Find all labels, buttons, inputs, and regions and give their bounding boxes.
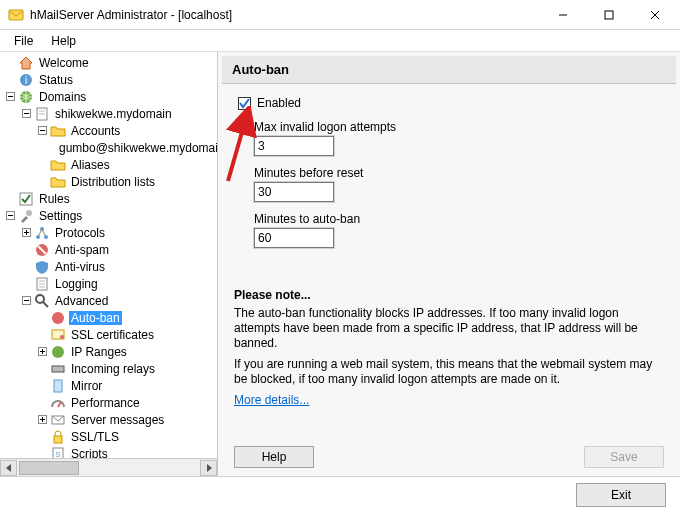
page-title: Auto-ban (222, 56, 676, 84)
save-button[interactable]: Save (584, 446, 664, 468)
menu-file[interactable]: File (6, 32, 41, 50)
tree-performance[interactable]: Performance (36, 394, 217, 411)
tree-status[interactable]: iStatus (4, 71, 217, 88)
tree-ipranges[interactable]: IP Ranges (36, 343, 217, 360)
more-details-link[interactable]: More details... (234, 393, 309, 407)
tree-ssltls[interactable]: SSL/TLS (36, 428, 217, 445)
svg-point-45 (52, 346, 64, 358)
help-button[interactable]: Help (234, 446, 314, 468)
menu-bar: File Help (0, 30, 680, 52)
gauge-icon (50, 395, 66, 411)
app-icon (8, 7, 24, 23)
tree[interactable]: Welcome iStatus Domains shikwekwe.mydoma… (0, 52, 217, 458)
scroll-thumb[interactable] (19, 461, 79, 475)
info-icon: i (18, 72, 34, 88)
scroll-right-icon[interactable] (200, 460, 217, 476)
svg-point-39 (52, 312, 64, 324)
tree-mirror[interactable]: Mirror (36, 377, 217, 394)
expand-icon[interactable] (36, 414, 48, 426)
tools-icon (18, 208, 34, 224)
tree-servermsgs[interactable]: Server messages (36, 411, 217, 428)
minimize-button[interactable] (540, 0, 586, 29)
svg-rect-47 (54, 380, 62, 392)
note-heading: Please note... (234, 288, 664, 302)
minreset-input[interactable] (254, 182, 334, 202)
svg-marker-5 (20, 57, 32, 69)
minban-input[interactable] (254, 228, 334, 248)
svg-marker-65 (6, 464, 11, 472)
window-title: hMailServer Administrator - [localhost] (30, 8, 540, 22)
tree-hscrollbar[interactable] (0, 458, 217, 476)
svg-line-48 (58, 402, 61, 407)
ban-icon (50, 310, 66, 326)
footer: Exit (0, 477, 680, 513)
maxinvalid-label: Max invalid logon attempts (254, 120, 660, 134)
message-icon (50, 412, 66, 428)
mirror-icon (50, 378, 66, 394)
home-icon (18, 55, 34, 71)
svg-line-38 (43, 302, 48, 307)
maxinvalid-input[interactable] (254, 136, 334, 156)
note-p2: If you are running a web mail system, th… (234, 357, 664, 387)
tree-protocols[interactable]: Protocols (20, 224, 217, 241)
tree-logging[interactable]: Logging (20, 275, 217, 292)
tree-rules[interactable]: Rules (4, 190, 217, 207)
note-section: Please note... The auto-ban functionalit… (234, 288, 664, 407)
svg-point-22 (26, 210, 32, 216)
svg-rect-53 (54, 436, 62, 443)
tree-scripts[interactable]: SScripts (36, 445, 217, 458)
maximize-button[interactable] (586, 0, 632, 29)
title-bar: hMailServer Administrator - [localhost] (0, 0, 680, 30)
tree-increlays[interactable]: Incoming relays (36, 360, 217, 377)
certificate-icon (50, 327, 66, 343)
enabled-checkbox[interactable] (238, 97, 251, 110)
magnifier-icon (34, 293, 50, 309)
svg-rect-46 (52, 366, 64, 372)
tree-antivirus[interactable]: Anti-virus (20, 258, 217, 275)
expand-icon[interactable] (20, 227, 32, 239)
exit-button[interactable]: Exit (576, 483, 666, 507)
content-pane: Auto-ban Enabled Max invalid logon attem… (218, 52, 680, 476)
svg-rect-2 (605, 11, 613, 19)
folder-icon (50, 157, 66, 173)
note-p1: The auto-ban functionality blocks IP add… (234, 306, 664, 351)
folder-open-icon (50, 123, 66, 139)
tree-autoban[interactable]: Auto-ban (36, 309, 217, 326)
check-icon (18, 191, 34, 207)
expand-icon[interactable] (36, 346, 48, 358)
tree-pane: Welcome iStatus Domains shikwekwe.mydoma… (0, 52, 218, 476)
collapse-icon[interactable] (20, 108, 32, 120)
tree-domains[interactable]: Domains (4, 88, 217, 105)
tree-antispam[interactable]: Anti-spam (20, 241, 217, 258)
tree-domain[interactable]: shikwekwe.mydomain (20, 105, 217, 122)
tree-welcome[interactable]: Welcome (4, 54, 217, 71)
svg-text:S: S (55, 450, 60, 459)
log-icon (34, 276, 50, 292)
lock-icon (50, 429, 66, 445)
svg-rect-0 (9, 10, 23, 20)
folder-icon (50, 174, 66, 190)
svg-point-37 (36, 295, 44, 303)
menu-help[interactable]: Help (43, 32, 84, 50)
tree-aliases[interactable]: Aliases (36, 156, 217, 173)
enabled-label: Enabled (257, 96, 301, 110)
document-icon (34, 106, 50, 122)
collapse-icon[interactable] (36, 125, 48, 137)
svg-text:i: i (25, 75, 27, 86)
scroll-left-icon[interactable] (0, 460, 17, 476)
tree-accounts[interactable]: Accounts (36, 122, 217, 139)
tree-account-item[interactable]: gumbo@shikwekwe.mydomain (52, 139, 217, 156)
tree-sslcerts[interactable]: SSL certificates (36, 326, 217, 343)
tree-distlists[interactable]: Distribution lists (36, 173, 217, 190)
network-icon (34, 225, 50, 241)
block-icon (34, 242, 50, 258)
collapse-icon[interactable] (4, 210, 16, 222)
close-button[interactable] (632, 0, 678, 29)
tree-advanced[interactable]: Advanced (20, 292, 217, 309)
svg-point-41 (60, 335, 64, 339)
collapse-icon[interactable] (4, 91, 16, 103)
script-icon: S (50, 446, 66, 459)
tree-settings[interactable]: Settings (4, 207, 217, 224)
minban-label: Minutes to auto-ban (254, 212, 660, 226)
collapse-icon[interactable] (20, 295, 32, 307)
